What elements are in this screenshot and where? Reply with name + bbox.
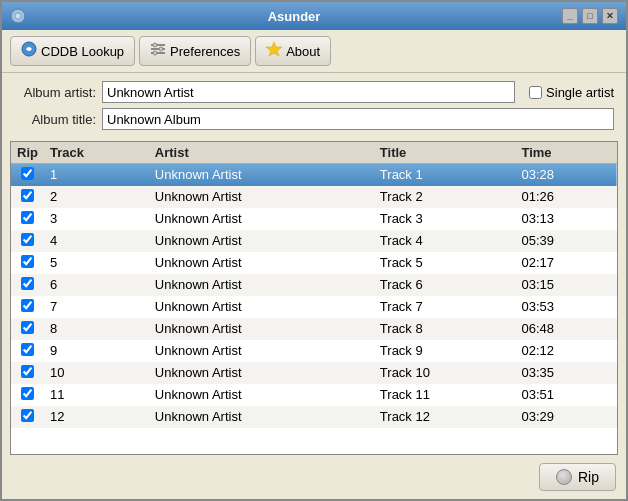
track-artist: Unknown Artist [149,252,374,274]
track-time: 03:35 [515,362,617,384]
track-list: 1Unknown ArtistTrack 103:282Unknown Arti… [11,164,617,428]
preferences-icon [150,41,166,61]
track-track: 9 [44,340,149,362]
titlebar: Asunder _ □ ✕ [2,2,626,30]
track-table: Rip Track Artist Title Time 1Unknown Art… [11,142,617,428]
rip-cell [11,406,44,428]
track-track: 12 [44,406,149,428]
about-button[interactable]: About [255,36,331,66]
track-title: Track 6 [374,274,516,296]
single-artist-checkbox[interactable] [529,86,542,99]
track-track: 2 [44,186,149,208]
cd-icon [556,469,572,485]
toolbar: CDDB Lookup Preferences Abo [2,30,626,73]
preferences-button[interactable]: Preferences [139,36,251,66]
rip-cell [11,208,44,230]
svg-point-7 [159,47,163,51]
rip-cell [11,230,44,252]
close-button[interactable]: ✕ [602,8,618,24]
cddb-lookup-label: CDDB Lookup [41,44,124,59]
track-artist: Unknown Artist [149,230,374,252]
track-rip-checkbox[interactable] [21,365,34,378]
track-artist: Unknown Artist [149,296,374,318]
about-icon [266,41,282,61]
rip-cell [11,362,44,384]
album-title-label: Album title: [14,112,96,127]
rip-cell [11,252,44,274]
track-artist: Unknown Artist [149,340,374,362]
form-area: Album artist: Single artist Album title: [2,73,626,141]
track-artist: Unknown Artist [149,318,374,340]
track-rip-checkbox[interactable] [21,233,34,246]
track-track: 11 [44,384,149,406]
table-row: 1Unknown ArtistTrack 103:28 [11,164,617,186]
rip-button[interactable]: Rip [539,463,616,491]
track-track: 5 [44,252,149,274]
track-title: Track 8 [374,318,516,340]
rip-cell [11,296,44,318]
table-row: 7Unknown ArtistTrack 703:53 [11,296,617,318]
rip-cell [11,186,44,208]
track-title: Track 3 [374,208,516,230]
rip-cell [11,340,44,362]
track-rip-checkbox[interactable] [21,189,34,202]
table-row: 5Unknown ArtistTrack 502:17 [11,252,617,274]
track-rip-checkbox[interactable] [21,409,34,422]
track-rip-checkbox[interactable] [21,211,34,224]
cddb-lookup-button[interactable]: CDDB Lookup [10,36,135,66]
track-time: 05:39 [515,230,617,252]
rip-cell [11,384,44,406]
track-rip-checkbox[interactable] [21,255,34,268]
album-artist-input[interactable] [102,81,515,103]
table-row: 9Unknown ArtistTrack 902:12 [11,340,617,362]
table-header-row: Rip Track Artist Title Time [11,142,617,164]
album-artist-label: Album artist: [14,85,96,100]
track-track: 6 [44,274,149,296]
col-header-artist: Artist [149,142,374,164]
track-track: 7 [44,296,149,318]
table-row: 4Unknown ArtistTrack 405:39 [11,230,617,252]
table-row: 6Unknown ArtistTrack 603:15 [11,274,617,296]
track-time: 03:51 [515,384,617,406]
track-title: Track 7 [374,296,516,318]
about-label: About [286,44,320,59]
rip-cell [11,274,44,296]
table-row: 12Unknown ArtistTrack 1203:29 [11,406,617,428]
track-time: 03:28 [515,164,617,186]
table-row: 2Unknown ArtistTrack 201:26 [11,186,617,208]
track-time: 02:17 [515,252,617,274]
track-title: Track 10 [374,362,516,384]
track-rip-checkbox[interactable] [21,299,34,312]
single-artist-label: Single artist [546,85,614,100]
svg-marker-9 [266,42,282,56]
maximize-button[interactable]: □ [582,8,598,24]
track-rip-checkbox[interactable] [21,343,34,356]
table-row: 10Unknown ArtistTrack 1003:35 [11,362,617,384]
album-artist-row: Album artist: Single artist [14,81,614,103]
bottom-bar: Rip [2,455,626,499]
track-artist: Unknown Artist [149,208,374,230]
track-table-container: Rip Track Artist Title Time 1Unknown Art… [10,141,618,455]
track-title: Track 4 [374,230,516,252]
track-track: 8 [44,318,149,340]
minimize-button[interactable]: _ [562,8,578,24]
col-header-rip: Rip [11,142,44,164]
track-title: Track 5 [374,252,516,274]
track-title: Track 2 [374,186,516,208]
col-header-title: Title [374,142,516,164]
track-track: 4 [44,230,149,252]
track-rip-checkbox[interactable] [21,321,34,334]
track-rip-checkbox[interactable] [21,387,34,400]
col-header-time: Time [515,142,617,164]
table-row: 11Unknown ArtistTrack 1103:51 [11,384,617,406]
album-title-input[interactable] [102,108,614,130]
cddb-icon [21,41,37,61]
window-controls: _ □ ✕ [562,8,618,24]
track-time: 03:13 [515,208,617,230]
rip-cell [11,318,44,340]
track-rip-checkbox[interactable] [21,167,34,180]
track-rip-checkbox[interactable] [21,277,34,290]
svg-point-6 [153,43,157,47]
app-icon [10,8,26,24]
table-row: 3Unknown ArtistTrack 303:13 [11,208,617,230]
